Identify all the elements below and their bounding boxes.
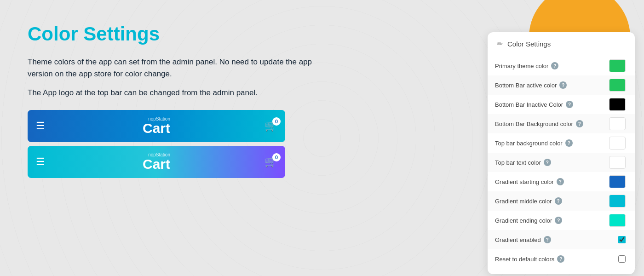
help-icon-9[interactable]: ? — [544, 236, 551, 243]
color-swatch-5[interactable] — [609, 156, 626, 169]
description-line1: Theme colors of the app can set from the… — [28, 56, 331, 80]
color-row-label-3: Bottom Bar Background color? — [495, 120, 583, 127]
color-row-0: Primary theme color? — [488, 56, 635, 75]
color-row-5: Top bar text color? — [488, 153, 635, 172]
color-row-4: Top bar background color? — [488, 133, 635, 153]
card-header-title: Color Settings — [507, 40, 551, 48]
color-row-label-8: Gradient ending color? — [495, 217, 562, 224]
color-row-label-10: Reset to default colors? — [495, 255, 564, 263]
card-header: ✏ Color Settings — [488, 40, 635, 54]
color-label-text-1: Bottom Bar active color — [495, 82, 557, 89]
help-icon-5[interactable]: ? — [544, 159, 551, 166]
help-icon-2[interactable]: ? — [566, 101, 573, 108]
preview-container: ☰ nopStation Cart 🛒 0 ☰ nopStation Cart — [28, 110, 285, 178]
color-row-8: Gradient ending color? — [488, 211, 635, 230]
logo-2: nopStation Cart — [143, 153, 170, 171]
color-swatch-6[interactable] — [609, 175, 626, 188]
hamburger-icon-2: ☰ — [36, 156, 45, 168]
help-icon-4[interactable]: ? — [565, 139, 573, 147]
color-label-text-9: Gradient enabled — [495, 236, 541, 243]
checkbox-10[interactable] — [618, 255, 626, 263]
right-panel: ✏ Color Settings Primary theme color?Bot… — [478, 0, 644, 276]
pencil-icon: ✏ — [497, 40, 503, 48]
help-icon-0[interactable]: ? — [551, 62, 558, 69]
color-label-text-3: Bottom Bar Background color — [495, 121, 573, 127]
color-row-label-1: Bottom Bar active color? — [495, 81, 567, 89]
help-icon-1[interactable]: ? — [559, 81, 567, 89]
color-label-text-0: Primary theme color — [495, 63, 548, 69]
left-panel: Color Settings Theme colors of the app c… — [0, 0, 478, 276]
cart-badge-2: 0 — [272, 153, 281, 161]
settings-card: ✏ Color Settings Primary theme color?Bot… — [488, 32, 635, 274]
color-label-text-10: Reset to default colors — [495, 256, 554, 263]
logo-text-1: Cart — [143, 121, 170, 135]
color-row-label-4: Top bar background color? — [495, 139, 573, 147]
page-title: Color Settings — [28, 23, 451, 45]
logo-1: nopStation Cart — [143, 117, 170, 135]
help-icon-8[interactable]: ? — [555, 217, 562, 224]
color-row-3: Bottom Bar Background color? — [488, 114, 635, 133]
cart-badge-1: 0 — [272, 117, 281, 126]
color-swatch-7[interactable] — [609, 195, 626, 207]
color-label-text-8: Gradient ending color — [495, 217, 552, 224]
checkbox-9[interactable] — [618, 236, 626, 243]
color-row-9: Gradient enabled? — [488, 230, 635, 249]
color-row-7: Gradient middle color? — [488, 191, 635, 211]
description-line2: The App logo at the top bar can be chang… — [28, 87, 331, 99]
color-row-2: Bottom Bar Inactive Color? — [488, 95, 635, 114]
bar-preview-1: ☰ nopStation Cart 🛒 0 — [28, 110, 285, 142]
description: Theme colors of the app can set from the… — [28, 56, 331, 99]
color-row-label-0: Primary theme color? — [495, 62, 558, 69]
color-label-text-7: Gradient middle color — [495, 198, 552, 205]
color-swatch-0[interactable] — [609, 59, 626, 72]
color-swatch-4[interactable] — [609, 137, 626, 150]
color-row-1: Bottom Bar active color? — [488, 75, 635, 95]
help-icon-6[interactable]: ? — [557, 178, 564, 185]
logo-small-1: nopStation — [148, 117, 170, 121]
color-row-label-2: Bottom Bar Inactive Color? — [495, 101, 573, 108]
hamburger-icon-1: ☰ — [36, 120, 45, 132]
help-icon-10[interactable]: ? — [557, 255, 564, 263]
logo-text-2: Cart — [143, 157, 170, 171]
logo-small-2: nopStation — [148, 153, 170, 157]
color-label-text-5: Top bar text color — [495, 159, 541, 166]
cart-wrapper-2: 🛒 0 — [264, 156, 277, 168]
cart-wrapper-1: 🛒 0 — [264, 120, 277, 132]
color-rows-container: Primary theme color?Bottom Bar active co… — [488, 56, 635, 269]
color-label-text-6: Gradient starting color — [495, 178, 554, 185]
color-row-6: Gradient starting color? — [488, 172, 635, 191]
color-swatch-8[interactable] — [609, 214, 626, 227]
bar-preview-2: ☰ nopStation Cart 🛒 0 — [28, 146, 285, 178]
color-swatch-1[interactable] — [609, 79, 626, 92]
color-swatch-3[interactable] — [609, 117, 626, 130]
help-icon-7[interactable]: ? — [555, 197, 562, 205]
color-row-label-6: Gradient starting color? — [495, 178, 564, 185]
color-row-label-9: Gradient enabled? — [495, 236, 551, 243]
help-icon-3[interactable]: ? — [576, 120, 583, 127]
color-label-text-2: Bottom Bar Inactive Color — [495, 101, 563, 108]
color-row-label-5: Top bar text color? — [495, 159, 551, 166]
color-row-10: Reset to default colors? — [488, 249, 635, 269]
color-row-label-7: Gradient middle color? — [495, 197, 562, 205]
color-swatch-2[interactable] — [609, 98, 626, 111]
color-label-text-4: Top bar background color — [495, 140, 563, 147]
